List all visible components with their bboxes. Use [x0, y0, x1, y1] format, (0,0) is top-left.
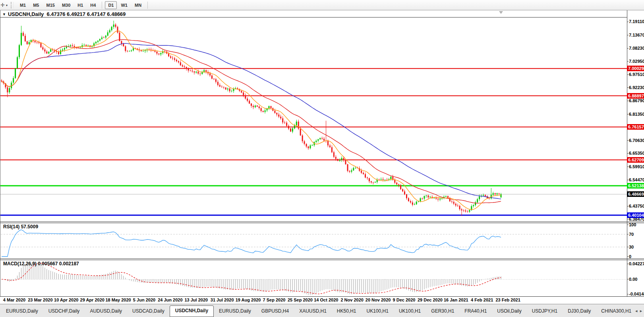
chart-canvas[interactable] — [0, 0, 644, 317]
chart-collapse-icon[interactable]: ▼ — [2, 12, 6, 16]
price-tick-label: 6.70630 — [629, 138, 644, 143]
date-tick-label: 16 Jan 2021 — [444, 298, 468, 302]
chart-tab-bar: EURUSD,DailyUSDCHF,DailyAUDUSD,DailyUSDC… — [0, 304, 644, 317]
ohlc-open: 6.47376 — [46, 11, 65, 17]
chart-tab-china300-h1[interactable]: CHINA300,H1 — [596, 306, 634, 316]
rsi-label: RSI(14) 57.5009 — [3, 224, 38, 229]
macd-tick-label: -0.04148 — [629, 292, 644, 297]
price-line-label: 6.62709 — [627, 157, 644, 163]
date-tick-label: 18 May 2020 — [105, 298, 131, 302]
date-tick-label: 10 Apr 2020 — [54, 298, 78, 302]
timeframe-button-m1[interactable]: M1 — [17, 1, 29, 9]
price-tick-label: 7.02950 — [629, 59, 644, 64]
tab-scroll-right-icon[interactable]: ► — [639, 309, 643, 313]
timeframe-button-m30[interactable]: M30 — [59, 1, 73, 9]
chart-symbol-label: USDCNH,Daily — [8, 11, 44, 17]
date-tick-label: 23 Feb 2021 — [495, 298, 520, 302]
price-tick-label: 6.59910 — [629, 164, 644, 169]
timeframe-button-d1[interactable]: D1 — [105, 1, 117, 9]
chart-tab-hk50-h1[interactable]: HK50,H1 — [332, 306, 362, 316]
timeframe-button-h4[interactable]: H4 — [87, 1, 99, 9]
date-tick-label: 31 Jul 2020 — [211, 298, 234, 302]
chart-tab-uk100-h1[interactable]: UK100,H1 — [362, 306, 394, 316]
chart-tab-usoil-daily[interactable]: USOil,Daily — [492, 306, 526, 316]
tab-scroll-buttons: ◄ ► — [634, 304, 644, 317]
price-line-label: 6.48669 — [627, 191, 644, 197]
price-tick-label: 6.65350 — [629, 151, 644, 156]
chart-tab-usdcnh-daily[interactable]: USDCNH,Daily — [170, 305, 214, 317]
price-line-label: 6.76157 — [627, 124, 644, 130]
chart-tab-usdjpy-h1[interactable]: USDJPY,H1 — [527, 306, 563, 316]
date-tick-label: 29 Dec 2020 — [418, 298, 443, 302]
chart-tab-fra40-h1[interactable]: FRA40,H1 — [459, 306, 492, 316]
macd-splitter[interactable] — [0, 258, 644, 261]
price-tick-label: 7.13670 — [629, 33, 644, 38]
timeframe-button-m15[interactable]: M15 — [43, 1, 58, 9]
chart-tab-uk100-h1[interactable]: UK100,H1 — [394, 306, 426, 316]
date-tick-label: 9 Dec 2020 — [393, 298, 416, 302]
cursor-tool-icon: ✛ — [0, 2, 5, 8]
price-tick-label: 6.86790 — [629, 98, 644, 103]
price-tick-label: 6.54470 — [629, 177, 644, 183]
date-tick-label: 4 Feb 2021 — [471, 298, 493, 302]
timeframe-button-m5[interactable]: M5 — [30, 1, 42, 9]
chart-tab-xauusd-h1[interactable]: XAUUSD,H1 — [294, 306, 332, 316]
rsi-tick-label: 70 — [629, 232, 644, 237]
chart-tab-usdchf-daily[interactable]: USDCHF,Daily — [43, 306, 85, 316]
toolbar-drag-handle[interactable] — [11, 2, 14, 8]
ohlc-close: 6.48669 — [107, 11, 126, 17]
rsi-splitter[interactable] — [0, 221, 644, 224]
price-tick-label: 6.97510 — [629, 72, 644, 77]
date-tick-label: 7 Sep 2020 — [263, 298, 286, 302]
date-tick-label: 29 Apr 2020 — [80, 298, 104, 302]
toolbar-separator — [147, 2, 148, 9]
rsi-tick-label: 30 — [629, 245, 644, 250]
price-tick-label: 7.08230 — [629, 46, 644, 51]
time-axis[interactable]: 4 Mar 202023 Mar 202010 Apr 202029 Apr 2… — [0, 297, 644, 303]
price-tick-label: 6.43750 — [629, 204, 644, 209]
chart-tab-usdcad-daily[interactable]: USDCAD,Daily — [127, 306, 170, 316]
macd-label: MACD(12,26,9) 0.005667 0.002187 — [3, 261, 79, 266]
price-tick-label: 6.92230 — [629, 85, 644, 90]
date-tick-label: 23 Mar 2020 — [28, 298, 52, 302]
price-tick-label: 6.81350 — [629, 112, 644, 117]
chart-tabs: EURUSD,DailyUSDCHF,DailyAUDUSD,DailyUSDC… — [1, 304, 634, 317]
toolbar-separator — [102, 2, 102, 9]
date-tick-label: 24 Jun 2020 — [158, 298, 182, 302]
chart-tab-eurusd-daily[interactable]: EURUSD,Daily — [214, 306, 256, 316]
chart-tab-eurusd-daily[interactable]: EURUSD,Daily — [1, 306, 43, 316]
chart-tab-ger30-h1[interactable]: GER30,H1 — [426, 306, 459, 316]
date-tick-label: 20 Nov 2020 — [366, 298, 391, 302]
timeframe-buttons: M1M5M15M30H1H4D1W1MN — [16, 1, 150, 9]
date-tick-label: 14 Oct 2020 — [314, 298, 338, 302]
date-tick-label: 25 Sep 2020 — [288, 298, 313, 302]
price-line-label: 6.52138 — [627, 183, 644, 189]
mt4-window: ✛ ▾ M1M5M15M30H1H4D1W1MN ▼USDCNH,Daily 6… — [0, 0, 644, 317]
chart-tab-audusd-daily[interactable]: AUDUSD,Daily — [85, 306, 127, 316]
tab-scroll-left-icon[interactable]: ◄ — [634, 309, 638, 313]
date-tick-label: 2 Nov 2020 — [340, 298, 363, 302]
ohlc-low: 6.47147 — [87, 11, 106, 17]
price-line-label: 7.00029 — [627, 66, 644, 71]
date-tick-label: 19 Aug 2020 — [236, 298, 261, 302]
chart-tab-dj30-daily[interactable]: DJ30,Daily — [563, 306, 596, 316]
price-line-label: 6.40104 — [627, 212, 644, 218]
timeframe-button-w1[interactable]: W1 — [118, 1, 131, 9]
cursor-tool-button[interactable]: ✛ ▾ — [0, 2, 8, 8]
date-tick-label: 4 Mar 2020 — [3, 298, 25, 302]
price-line-label: 6.88897 — [627, 93, 644, 99]
ohlc-high: 6.49217 — [67, 11, 85, 17]
chevron-down-icon: ▾ — [6, 4, 8, 7]
price-tick-label: 7.19110 — [629, 19, 644, 24]
timeframe-button-h1[interactable]: H1 — [74, 1, 86, 9]
macd-tick-label: 0.00 — [629, 277, 644, 282]
timeframe-button-mn[interactable]: MN — [132, 1, 145, 9]
chart-title: ▼USDCNH,Daily 6.47376 6.49217 6.47147 6.… — [2, 11, 126, 17]
price-axis[interactable]: 7.191107.136707.082307.029506.975106.922… — [627, 10, 644, 297]
date-tick-label: 5 Jun 2020 — [133, 298, 155, 302]
macd-tick-label: 0.042275 — [629, 261, 644, 266]
date-tick-label: 13 Jul 2020 — [184, 298, 208, 302]
chart-tab-gbpusd-h4[interactable]: GBPUSD,H4 — [256, 306, 294, 316]
toolbar: ✛ ▾ M1M5M15M30H1H4D1W1MN — [0, 0, 644, 10]
